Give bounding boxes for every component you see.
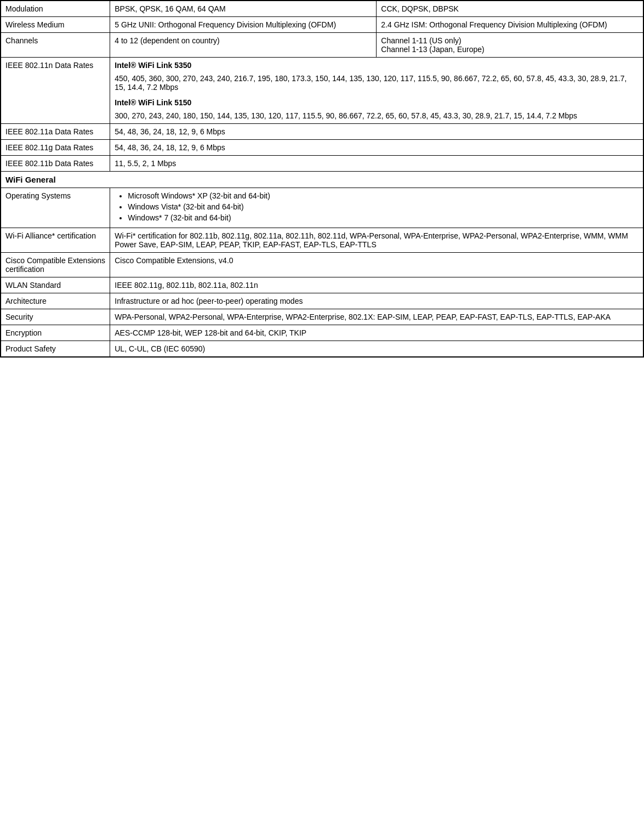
- row-value: Cisco Compatible Extensions, v4.0: [110, 253, 643, 277]
- row-label: Product Safety: [1, 341, 110, 358]
- specs-table: ModulationBPSK, QPSK, 16 QAM, 64 QAMCCK,…: [0, 0, 644, 358]
- row-label: Architecture: [1, 293, 110, 309]
- row-value: WPA-Personal, WPA2-Personal, WPA-Enterpr…: [110, 309, 643, 325]
- row-value: Infrastructure or ad hoc (peer-to-peer) …: [110, 293, 643, 309]
- row-value: AES-CCMP 128-bit, WEP 128-bit and 64-bit…: [110, 325, 643, 341]
- row-label: WLAN Standard: [1, 277, 110, 293]
- row-label: Channels: [1, 33, 110, 58]
- row-value: 54, 48, 36, 24, 18, 12, 9, 6 Mbps: [110, 124, 643, 140]
- list-item: Microsoft Windows* XP (32-bit and 64-bit…: [128, 191, 639, 200]
- list-item: Windows Vista* (32-bit and 64-bit): [128, 202, 639, 211]
- row-label: Cisco Compatible Extensions certificatio…: [1, 253, 110, 277]
- row-label: IEEE 802.11a Data Rates: [1, 124, 110, 140]
- row-label: Encryption: [1, 325, 110, 341]
- row-value-complex: Intel® WiFi Link 5350450, 405, 360, 300,…: [110, 58, 643, 124]
- row-label: Operating Systems: [1, 188, 110, 228]
- row-value-2: CCK, DQPSK, DBPSK: [377, 1, 643, 17]
- section-header-wifi-general: WiFi General: [1, 172, 643, 188]
- row-value: Wi-Fi* certification for 802.11b, 802.11…: [110, 228, 643, 253]
- row-label: Wireless Medium: [1, 17, 110, 33]
- row-value-1: 4 to 12 (dependent on country): [110, 33, 377, 58]
- row-value-list: Microsoft Windows* XP (32-bit and 64-bit…: [110, 188, 643, 228]
- row-value-1: BPSK, QPSK, 16 QAM, 64 QAM: [110, 1, 377, 17]
- row-value-2: Channel 1-11 (US only)Channel 1-13 (Japa…: [377, 33, 643, 58]
- row-label: Wi-Fi Alliance* certification: [1, 228, 110, 253]
- row-value: 11, 5.5, 2, 1 Mbps: [110, 156, 643, 172]
- row-label: Modulation: [1, 1, 110, 17]
- row-value: 54, 48, 36, 24, 18, 12, 9, 6 Mbps: [110, 140, 643, 156]
- row-label: IEEE 802.11b Data Rates: [1, 156, 110, 172]
- row-value: IEEE 802.11g, 802.11b, 802.11a, 802.11n: [110, 277, 643, 293]
- row-label: Security: [1, 309, 110, 325]
- row-value: UL, C-UL, CB (IEC 60590): [110, 341, 643, 358]
- row-label: IEEE 802.11n Data Rates: [1, 58, 110, 124]
- row-value-1: 5 GHz UNII: Orthogonal Frequency Divisio…: [110, 17, 377, 33]
- list-item: Windows* 7 (32-bit and 64-bit): [128, 213, 639, 222]
- row-value-2: 2.4 GHz ISM: Orthogonal Frequency Divisi…: [377, 17, 643, 33]
- row-label: IEEE 802.11g Data Rates: [1, 140, 110, 156]
